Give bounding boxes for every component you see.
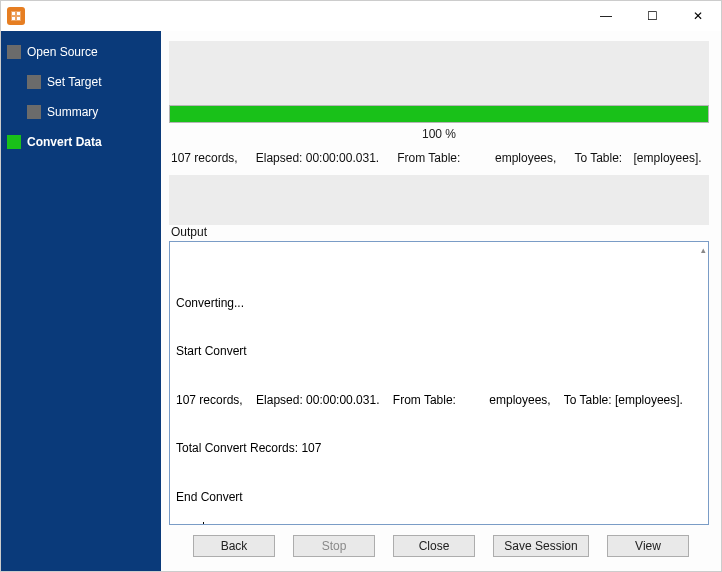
sidebar-item-open-source[interactable]: Open Source: [7, 43, 155, 61]
sidebar-item-set-target[interactable]: Set Target: [27, 73, 155, 91]
status-to-value: [employees].: [634, 151, 702, 165]
close-window-button[interactable]: ✕: [675, 1, 721, 31]
maximize-icon: ☐: [647, 9, 658, 23]
step-marker-icon: [27, 75, 41, 89]
step-marker-icon: [27, 105, 41, 119]
titlebar: — ☐ ✕: [1, 1, 721, 31]
status-row: 107 records, Elapsed: 00:00:00.031. From…: [169, 151, 709, 175]
svg-rect-4: [17, 17, 20, 20]
close-button[interactable]: Close: [393, 535, 475, 557]
status-from-value: employees,: [495, 151, 556, 165]
stop-button: Stop: [293, 535, 375, 557]
main-panel: 100 % 107 records, Elapsed: 00:00:00.031…: [161, 31, 721, 571]
status-from-label: From Table:: [397, 151, 460, 165]
back-button[interactable]: Back: [193, 535, 275, 557]
status-to-label: To Table:: [574, 151, 622, 165]
save-session-button[interactable]: Save Session: [493, 535, 589, 557]
close-icon: ✕: [693, 9, 703, 23]
svg-rect-3: [12, 17, 15, 20]
app-icon: [7, 7, 25, 25]
sidebar-item-summary[interactable]: Summary: [27, 103, 155, 121]
progress-bar: [169, 105, 709, 123]
button-row: Back Stop Close Save Session View: [161, 525, 721, 571]
output-log[interactable]: ▴ Converting... Start Convert 107 record…: [169, 241, 709, 525]
output-line: Total Convert Records: 107: [176, 440, 702, 456]
status-records: 107 records,: [171, 151, 238, 165]
minimize-icon: —: [600, 9, 612, 23]
progress-percent: 100 %: [169, 123, 709, 151]
mid-gap: [169, 175, 709, 225]
svg-rect-1: [12, 12, 15, 15]
output-label: Output: [169, 225, 709, 241]
sidebar-item-label: Set Target: [47, 75, 101, 89]
view-button[interactable]: View: [607, 535, 689, 557]
wizard-sidebar: Open Source Set Target Summary Convert D…: [1, 31, 161, 571]
minimize-button[interactable]: —: [583, 1, 629, 31]
output-line: Converting...: [176, 295, 702, 311]
output-line: Start Convert: [176, 343, 702, 359]
sidebar-item-label: Summary: [47, 105, 98, 119]
step-marker-icon: [7, 45, 21, 59]
step-marker-icon: [7, 135, 21, 149]
sidebar-item-label: Open Source: [27, 45, 98, 59]
maximize-button[interactable]: ☐: [629, 1, 675, 31]
svg-rect-2: [17, 12, 20, 15]
output-line: End Convert: [176, 489, 702, 505]
text-caret: [203, 522, 204, 525]
status-elapsed: Elapsed: 00:00:00.031.: [256, 151, 379, 165]
header-gap: [169, 41, 709, 105]
output-line: 107 records, Elapsed: 00:00:00.031. From…: [176, 392, 702, 408]
scroll-up-icon: ▴: [701, 244, 706, 256]
sidebar-item-convert-data[interactable]: Convert Data: [7, 133, 155, 151]
sidebar-item-label: Convert Data: [27, 135, 102, 149]
